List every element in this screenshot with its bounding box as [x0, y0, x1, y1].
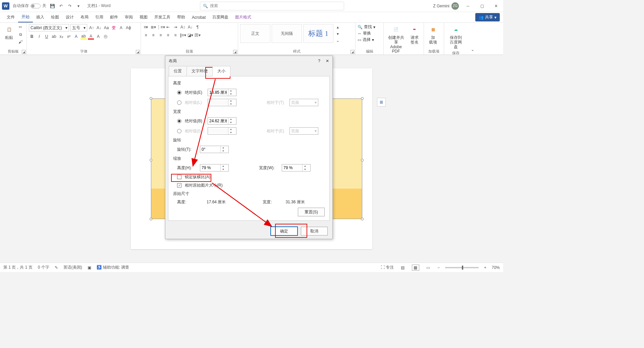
- tab-baidu[interactable]: 百度网盘: [209, 12, 232, 22]
- status-words[interactable]: 0 个字: [38, 265, 49, 270]
- style-nospace[interactable]: 无间隔: [272, 24, 302, 43]
- handle-br[interactable]: [361, 218, 364, 220]
- numbering-icon[interactable]: ≣▾: [150, 24, 156, 30]
- tab-insert[interactable]: 插入: [33, 12, 48, 22]
- cancel-button[interactable]: 取消: [301, 227, 328, 235]
- qat-more-icon[interactable]: ▾: [76, 3, 81, 9]
- width-rel-radio[interactable]: [177, 129, 181, 133]
- font-size-combo[interactable]: 五号▾: [70, 24, 87, 31]
- underline-icon[interactable]: U: [44, 33, 50, 40]
- font-name-combo[interactable]: Calibri (西文正文)▾: [29, 24, 69, 31]
- tab-review[interactable]: 审阅: [121, 12, 136, 22]
- handle-bl[interactable]: [150, 218, 152, 220]
- minimize-button[interactable]: ─: [463, 2, 473, 10]
- bold-icon[interactable]: B: [29, 33, 35, 40]
- show-hide-icon[interactable]: ¶: [195, 24, 201, 30]
- status-accessibility[interactable]: ♿辅助功能: 调查: [97, 265, 129, 270]
- ok-button[interactable]: 确定: [271, 227, 298, 235]
- char-shading-icon[interactable]: A: [95, 33, 101, 40]
- layout-options-icon[interactable]: ⊞: [377, 98, 386, 107]
- zoom-out-icon[interactable]: −: [437, 265, 440, 270]
- font-color-icon[interactable]: A: [88, 33, 94, 40]
- scale-h-input[interactable]: ▲▼: [200, 164, 229, 171]
- borders-icon[interactable]: 田▾: [195, 32, 201, 38]
- asian-layout-icon[interactable]: A↕: [180, 24, 186, 30]
- text-effects-icon[interactable]: A: [73, 33, 79, 40]
- shading-icon[interactable]: ◪▾: [187, 32, 193, 38]
- scale-w-input[interactable]: ▲▼: [282, 164, 311, 171]
- handle-tl[interactable]: [150, 97, 152, 100]
- tab-acrobat[interactable]: Acrobat: [189, 13, 209, 22]
- zoom-in-icon[interactable]: +: [484, 265, 486, 270]
- ribbon-collapse-icon[interactable]: ⌄: [470, 47, 476, 53]
- clear-format-icon[interactable]: Aϕ: [125, 25, 131, 31]
- status-lang[interactable]: 英语(美国): [63, 265, 82, 270]
- distributed-icon[interactable]: ≡: [172, 32, 178, 38]
- font-launcher[interactable]: ◢: [136, 50, 140, 54]
- strike-icon[interactable]: ab: [51, 33, 57, 40]
- styles-launcher[interactable]: ◢: [351, 50, 355, 54]
- handle-tr[interactable]: [361, 97, 364, 100]
- decrease-indent-icon[interactable]: ⇤: [165, 24, 171, 30]
- change-case-icon[interactable]: Aa: [103, 25, 109, 31]
- sort-icon[interactable]: A↓: [187, 24, 193, 30]
- web-layout-icon[interactable]: ▭: [425, 265, 432, 271]
- copy-icon[interactable]: ⧉: [17, 31, 23, 38]
- width-abs-input[interactable]: ▲▼: [208, 117, 236, 125]
- dialog-tab-size[interactable]: 大小: [212, 66, 230, 76]
- print-layout-icon[interactable]: ▦: [412, 265, 419, 271]
- dialog-help-icon[interactable]: ?: [318, 59, 320, 63]
- share-button[interactable]: 👥 共享 ▾: [475, 13, 500, 21]
- close-window-button[interactable]: ✕: [491, 2, 501, 10]
- align-right-icon[interactable]: ≡: [158, 32, 164, 38]
- cut-icon[interactable]: ✂: [17, 24, 23, 30]
- status-page[interactable]: 第 1 页，共 1 页: [3, 265, 33, 270]
- tab-home[interactable]: 开始: [18, 12, 33, 22]
- height-rel-radio[interactable]: [177, 100, 181, 105]
- autosave-toggle[interactable]: 自动保存 关: [13, 3, 46, 9]
- acrobat-sign-button[interactable]: ✒请求 签名: [408, 24, 422, 46]
- dialog-tab-position[interactable]: 位置: [169, 66, 187, 76]
- dialog-tab-wrap[interactable]: 文字环绕: [186, 66, 213, 76]
- tab-view[interactable]: 视图: [136, 12, 151, 22]
- save-baidu-button[interactable]: ☁保存到 百度网盘: [446, 24, 466, 50]
- zoom-slider[interactable]: [445, 267, 479, 268]
- handle-ml[interactable]: [150, 159, 152, 161]
- status-proofing-icon[interactable]: ✎: [55, 265, 58, 270]
- addins-button[interactable]: ▦加 载项: [426, 24, 440, 46]
- handle-mr[interactable]: [361, 159, 364, 161]
- phonetic-icon[interactable]: 变: [111, 25, 117, 31]
- tab-developer[interactable]: 开发工具: [151, 12, 174, 22]
- align-center-icon[interactable]: ≡: [150, 32, 156, 38]
- account-button[interactable]: Z Gemini ZG: [433, 2, 459, 10]
- tab-file[interactable]: 文件: [3, 12, 18, 22]
- tab-design[interactable]: 设计: [62, 12, 77, 22]
- reset-button[interactable]: 重置(S): [298, 208, 325, 216]
- lock-aspect-checkbox[interactable]: [177, 175, 181, 179]
- styles-down-icon[interactable]: ▾: [335, 31, 341, 37]
- format-painter-icon[interactable]: 🖌: [17, 39, 23, 45]
- tab-picture-format[interactable]: 图片格式: [232, 12, 255, 22]
- style-normal[interactable]: 正文: [240, 24, 270, 43]
- maximize-button[interactable]: ▢: [477, 2, 487, 10]
- tab-draw[interactable]: 绘图: [48, 12, 62, 22]
- replace-button[interactable]: ↔替换: [358, 30, 371, 36]
- subscript-icon[interactable]: x₂: [58, 33, 64, 40]
- redo-icon[interactable]: ↷: [67, 3, 72, 9]
- shrink-font-icon[interactable]: A↓: [96, 25, 102, 31]
- styles-more-icon[interactable]: ⌄: [335, 38, 341, 44]
- acrobat-create-button[interactable]: 📄创建并共享 Adobe PDF: [386, 24, 406, 55]
- justify-icon[interactable]: ≡: [165, 32, 171, 38]
- focus-mode[interactable]: ⛶ 专注: [381, 265, 394, 270]
- grow-font-icon[interactable]: A↑: [89, 25, 95, 31]
- char-border-icon[interactable]: A: [118, 25, 124, 31]
- increase-indent-icon[interactable]: ⇥: [172, 24, 178, 30]
- zoom-level[interactable]: 70%: [492, 265, 500, 270]
- align-left-icon[interactable]: ≡: [143, 32, 149, 38]
- tab-references[interactable]: 引用: [92, 12, 107, 22]
- width-abs-radio[interactable]: [177, 119, 181, 123]
- select-button[interactable]: ▭选择▾: [358, 37, 374, 43]
- multilevel-icon[interactable]: ⋮≡▾: [158, 24, 164, 30]
- rotate-input[interactable]: ▲▼: [200, 146, 229, 153]
- tab-help[interactable]: 帮助: [174, 12, 189, 22]
